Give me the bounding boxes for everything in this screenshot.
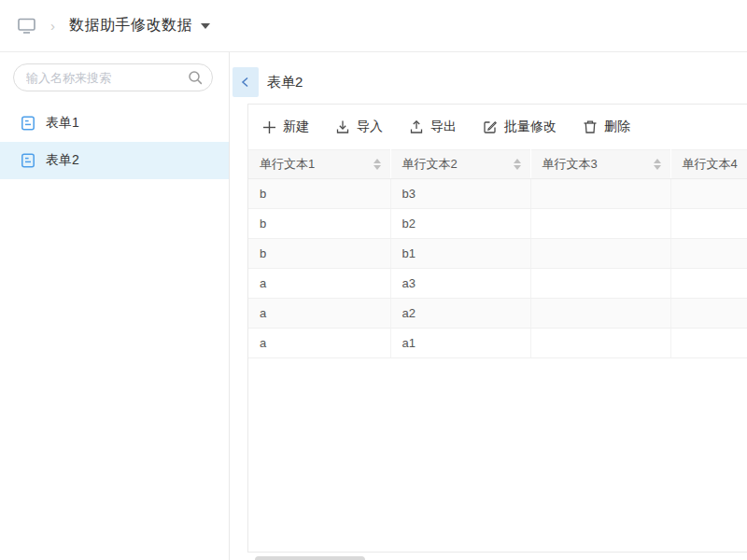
search-input[interactable] — [13, 63, 213, 91]
form-document-icon — [21, 153, 35, 168]
chevron-left-icon — [239, 76, 252, 89]
table-cell[interactable]: b — [248, 239, 390, 269]
batch-edit-button-label: 批量修改 — [504, 119, 557, 135]
table-cell[interactable]: a — [248, 269, 390, 299]
table-row[interactable]: b b1 — [248, 239, 747, 269]
batch-edit-button[interactable]: 批量修改 — [483, 119, 557, 135]
layout: 表单1 表单2 表单2 — [0, 52, 747, 560]
table-cell[interactable]: a3 — [390, 269, 530, 299]
table-cell[interactable]: b — [248, 179, 390, 209]
page-title: 表单2 — [267, 74, 303, 91]
horizontal-scrollbar-thumb[interactable] — [255, 556, 365, 560]
table-row[interactable]: b b3 — [248, 179, 747, 209]
search-box — [13, 63, 213, 91]
column-label: 单行文本2 — [402, 156, 458, 173]
table-cell[interactable]: b2 — [390, 209, 530, 239]
column-header[interactable]: 单行文本4 — [670, 150, 747, 179]
column-label: 单行文本1 — [260, 156, 315, 173]
monitor-icon[interactable] — [17, 17, 36, 35]
table-row[interactable]: a a2 — [248, 299, 747, 329]
sidebar: 表单1 表单2 — [0, 52, 230, 560]
export-button[interactable]: 导出 — [409, 119, 457, 135]
search-icon[interactable] — [188, 70, 203, 85]
form-document-icon — [21, 116, 35, 131]
data-card: 新建 导入 导出 — [247, 104, 747, 553]
export-icon — [409, 119, 424, 134]
chevron-down-icon[interactable] — [201, 23, 210, 29]
column-label: 单行文本4 — [683, 156, 738, 173]
sort-carets-icon[interactable] — [368, 159, 381, 170]
import-icon — [335, 119, 350, 134]
new-button-label: 新建 — [283, 119, 309, 135]
delete-button-label: 删除 — [604, 119, 630, 135]
column-header[interactable]: 单行文本2 — [390, 150, 530, 179]
table-cell[interactable] — [670, 269, 747, 299]
table-cell[interactable] — [530, 239, 670, 269]
page-header: 表单2 — [233, 67, 747, 97]
sidebar-item-form1[interactable]: 表单1 — [0, 105, 229, 142]
table-cell[interactable] — [530, 299, 670, 329]
table-row[interactable]: a a3 — [248, 269, 747, 299]
table-row[interactable]: a a1 — [248, 329, 747, 358]
column-label: 单行文本3 — [543, 156, 598, 173]
table-cell[interactable] — [670, 299, 747, 329]
sidebar-item-form2[interactable]: 表单2 — [0, 142, 229, 179]
table-cell[interactable]: a2 — [390, 299, 530, 329]
table-cell[interactable] — [670, 239, 747, 269]
trash-icon — [583, 119, 598, 134]
main-panel: 表单2 新建 导入 — [230, 52, 747, 560]
new-button[interactable]: 新建 — [262, 119, 309, 135]
sidebar-item-label: 表单1 — [46, 115, 79, 132]
table-cell[interactable] — [530, 329, 670, 358]
table-cell[interactable] — [670, 209, 747, 239]
table-cell[interactable]: b1 — [390, 239, 530, 269]
table-cell[interactable]: a — [248, 299, 390, 329]
edit-icon — [483, 119, 498, 134]
back-button[interactable] — [233, 67, 259, 97]
table-cell[interactable]: a — [248, 329, 390, 358]
table-cell[interactable] — [530, 179, 670, 209]
import-button-label: 导入 — [357, 119, 383, 135]
column-header[interactable]: 单行文本3 — [530, 150, 670, 179]
breadcrumb-separator: › — [50, 18, 55, 34]
table-cell[interactable] — [670, 329, 747, 358]
app-title[interactable]: 数据助手修改数据 — [69, 16, 192, 35]
table-cell[interactable]: b3 — [390, 179, 530, 209]
plus-icon — [262, 120, 276, 134]
topbar: › 数据助手修改数据 — [0, 0, 747, 52]
sidebar-item-label: 表单2 — [46, 152, 79, 169]
table-cell[interactable] — [530, 269, 670, 299]
table-cell[interactable] — [670, 179, 747, 209]
sort-carets-icon[interactable] — [508, 159, 521, 170]
sort-carets-icon[interactable] — [648, 159, 661, 170]
table-cell[interactable]: b — [248, 209, 390, 239]
table-cell[interactable]: a1 — [390, 329, 530, 358]
data-table-wrap: 单行文本1 单行文本2 — [248, 149, 747, 358]
column-header[interactable]: 单行文本1 — [248, 150, 390, 179]
delete-button[interactable]: 删除 — [583, 119, 630, 135]
toolbar: 新建 导入 导出 — [248, 105, 747, 149]
table-header-row: 单行文本1 单行文本2 — [248, 150, 747, 179]
export-button-label: 导出 — [430, 119, 457, 135]
import-button[interactable]: 导入 — [335, 119, 383, 135]
table-row[interactable]: b b2 — [248, 209, 747, 239]
data-table: 单行文本1 单行文本2 — [248, 149, 747, 358]
table-cell[interactable] — [530, 209, 670, 239]
